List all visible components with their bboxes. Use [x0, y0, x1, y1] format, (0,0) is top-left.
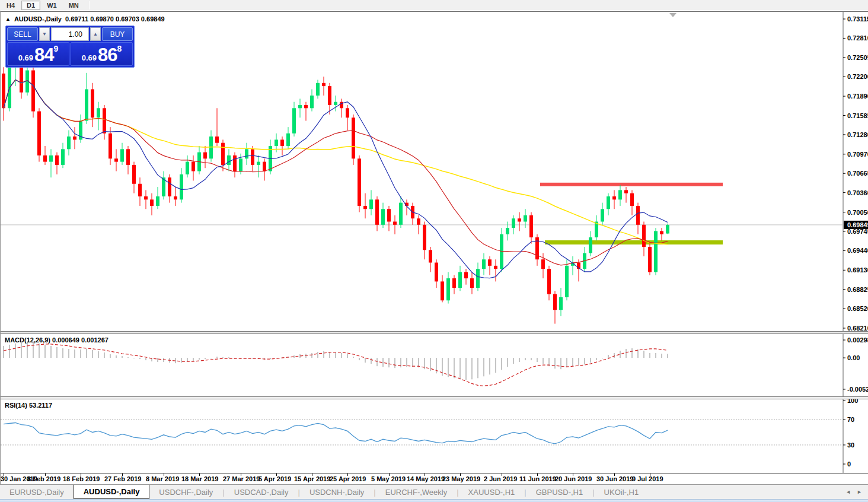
toolbar-separator	[89, 1, 90, 9]
rsi-chart-canvas[interactable]: 10070300	[1, 399, 868, 473]
buy-button[interactable]: BUY	[102, 27, 133, 41]
time-label: 23 May 2019	[442, 475, 480, 482]
tab-audusd-daily[interactable]: AUDUSD-,Daily	[74, 485, 150, 499]
chart-shift-marker-icon[interactable]	[669, 13, 676, 17]
macd-histogram-bar	[193, 358, 194, 361]
time-label: 14 May 2019	[407, 475, 445, 482]
time-label: 5 Apr 2019	[259, 475, 291, 482]
sell-price-prefix: 0.69	[18, 52, 33, 64]
timeframe-button-d1[interactable]: D1	[21, 1, 40, 10]
macd-histogram-bar	[489, 358, 490, 374]
candle-body	[126, 149, 130, 165]
sell-price-quote[interactable]: 0.69 84 9	[7, 42, 69, 66]
macd-histogram-bar	[216, 357, 218, 358]
tab-usdcad-daily[interactable]: USDCAD-,Daily	[225, 485, 298, 499]
candle-body	[369, 199, 373, 209]
candle-body	[114, 158, 118, 161]
macd-histogram-bar	[222, 357, 224, 358]
price-tick-label: 0.69130	[847, 266, 868, 274]
volume-input[interactable]	[51, 27, 89, 41]
candle-body	[506, 228, 509, 234]
candle-body	[31, 71, 35, 112]
candle-body	[328, 86, 331, 105]
macd-histogram-bar	[596, 358, 597, 360]
tab-scroll-right-icon[interactable]: ►	[857, 489, 862, 495]
macd-histogram-bar	[127, 357, 129, 358]
price-tick-label: 0.71280	[847, 131, 868, 138]
macd-histogram-bar	[620, 351, 621, 358]
candle-body	[156, 196, 159, 206]
resistance-line[interactable]	[540, 183, 723, 186]
candle-body	[233, 155, 237, 171]
candle-body	[352, 117, 355, 158]
tab-ukoil-h1[interactable]: UKOil-,H1	[595, 485, 649, 499]
candle-body	[399, 203, 403, 225]
one-click-panel-toggle-icon[interactable]: ▲	[5, 16, 11, 22]
candle-body	[423, 225, 426, 250]
price-tick-label: 0.69440	[847, 247, 868, 254]
macd-histogram-bar	[542, 358, 544, 364]
macd-histogram-bar	[412, 358, 413, 367]
macd-histogram-bar	[323, 351, 324, 358]
macd-histogram-bar	[667, 354, 668, 358]
price-pane[interactable]: 0.731150.728100.725050.722000.718900.715…	[1, 11, 868, 331]
tab-eurusd-daily[interactable]: EURUSD-,Daily	[0, 485, 74, 499]
macd-histogram-bar	[560, 358, 561, 369]
macd-histogram-bar	[9, 345, 10, 358]
candle-body	[612, 196, 616, 199]
tab-gbpusd-h1[interactable]: GBPUSD-,H1	[526, 485, 592, 499]
macd-tick-label: 0.00	[847, 354, 860, 361]
time-axis[interactable]: 30 Jan 20198 Feb 201918 Feb 201927 Feb 2…	[1, 473, 868, 484]
candle-body	[215, 136, 219, 143]
macd-histogram-bar	[311, 353, 312, 358]
macd-histogram-bar	[210, 358, 212, 358]
tab-eurchf-weekly[interactable]: EURCHF-,Weekly	[376, 485, 457, 499]
time-label: 27 Feb 2019	[104, 475, 141, 482]
timeframe-button-w1[interactable]: W1	[42, 1, 62, 10]
macd-signal-line	[4, 344, 668, 386]
macd-histogram-bar	[181, 358, 182, 363]
macd-histogram-bar	[110, 354, 111, 358]
timeframe-toolbar: H4D1W1MN	[0, 0, 868, 11]
macd-histogram-bar	[465, 358, 467, 380]
candle-body	[446, 278, 450, 300]
time-label: 27 Mar 2019	[223, 475, 260, 482]
tab-usdchf-daily[interactable]: USDCHF-,Daily	[149, 485, 222, 499]
volume-increase-button[interactable]: ▲	[90, 27, 101, 41]
macd-chart-canvas[interactable]: 0.0029840.00-0.005256	[1, 334, 868, 396]
macd-histogram-bar	[3, 346, 4, 358]
candle-body	[275, 139, 278, 146]
candle-body	[298, 105, 302, 108]
tab-scroll-left-icon[interactable]: ◄	[845, 489, 851, 495]
macd-histogram-bar	[459, 358, 461, 379]
macd-histogram-bar	[376, 358, 378, 366]
candle-body	[186, 162, 189, 174]
macd-histogram-bar	[139, 358, 141, 359]
volume-decrease-button[interactable]: ▼	[39, 27, 50, 41]
candle-body	[180, 174, 183, 199]
candle-body	[20, 64, 23, 93]
candle-body	[91, 89, 94, 117]
tab-usdcnh-daily[interactable]: USDCNH-,Daily	[300, 485, 374, 499]
candle-body	[245, 149, 248, 158]
candle-body	[660, 231, 663, 234]
timeframe-button-mn[interactable]: MN	[63, 1, 84, 10]
price-tick-label: 0.68825	[847, 286, 868, 293]
macd-pane[interactable]: 0.0029840.00-0.005256 MACD(12,26,9) 0.00…	[1, 334, 868, 396]
macd-histogram-bar	[133, 358, 135, 358]
buy-price-quote[interactable]: 0.69 86 8	[71, 42, 133, 66]
macd-histogram-bar	[531, 358, 532, 360]
chart-window: 0.731150.728100.725050.722000.718900.715…	[0, 11, 868, 484]
support-line[interactable]	[545, 240, 723, 244]
candle-body	[263, 162, 266, 171]
tab-scroll-arrows: ◄►	[845, 485, 868, 499]
tab-xauusd-h1[interactable]: XAUUSD-,H1	[459, 485, 525, 499]
sell-button[interactable]: SELL	[7, 27, 38, 41]
time-label: 5 May 2019	[371, 475, 406, 482]
price-tick-label: 0.72200	[847, 73, 868, 80]
candle-body	[209, 136, 213, 158]
rsi-pane[interactable]: 10070300 RSI(14) 53.2117	[1, 399, 868, 473]
macd-histogram-bar	[631, 348, 633, 358]
timeframe-button-h4[interactable]: H4	[1, 1, 20, 10]
macd-histogram-bar	[33, 342, 34, 358]
